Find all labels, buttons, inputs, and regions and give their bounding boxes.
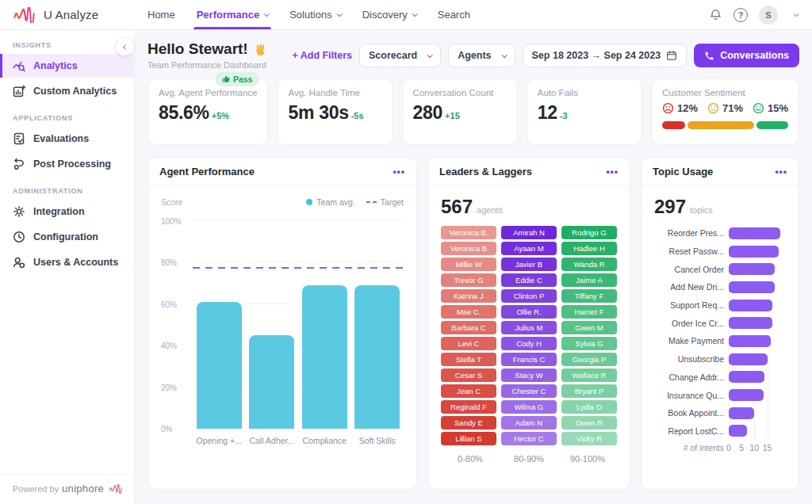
agent-chip[interactable]: Barbara C xyxy=(441,321,496,334)
topic-row: Reorder Pres... xyxy=(654,224,786,242)
agent-chip[interactable]: Veronica B xyxy=(441,242,496,255)
agent-chip[interactable]: Lillian S xyxy=(441,432,496,445)
agent-chip[interactable]: Tiffany F xyxy=(561,289,617,303)
topic-bar xyxy=(729,335,771,347)
agent-chip[interactable]: Adam N xyxy=(501,416,557,430)
agent-chip[interactable]: Reginald F xyxy=(441,400,496,414)
topic-row: Insurance Qu... xyxy=(654,386,786,404)
agent-chip[interactable]: Clinton P xyxy=(501,289,557,303)
agent-chip[interactable]: Cody H xyxy=(501,337,557,350)
nav-solutions[interactable]: Solutions xyxy=(289,0,340,29)
team-avg-bar xyxy=(249,335,294,429)
section-label-applications: APPLICATIONS xyxy=(13,114,134,122)
sidebar-item-custom-analytics[interactable]: Custom Analytics xyxy=(0,79,134,103)
agent-chip[interactable]: Stacy W xyxy=(501,368,557,382)
leaders-laggers-ranges: 0-80%80-90%90-100% xyxy=(441,454,617,464)
agent-chip[interactable]: Lydia O xyxy=(561,400,617,414)
agent-chip[interactable]: Millie W xyxy=(441,258,496,271)
agent-chip[interactable]: Javier B xyxy=(501,258,557,271)
topic-row: Support Req... xyxy=(654,296,786,315)
agent-chip[interactable]: Vicky R xyxy=(561,432,617,445)
nav-home[interactable]: Home xyxy=(147,0,175,29)
page-subtitle: Team Performance Dashboard xyxy=(147,60,267,70)
agent-chip[interactable]: Sandy E xyxy=(441,416,496,430)
scorecard-select-value: Scorecard xyxy=(369,50,417,61)
panel-title: Leaders & Laggers xyxy=(439,166,532,178)
sentiment-neutral: 71% xyxy=(707,102,743,114)
sidebar-item-users-accounts[interactable]: Users & Accounts xyxy=(0,250,134,274)
topic-row: Unsubscribe xyxy=(654,350,786,368)
configuration-dial-icon xyxy=(13,231,25,243)
chevron-down-icon xyxy=(264,11,270,17)
y-axis-tick: 100% xyxy=(161,217,188,226)
conversations-button[interactable]: Conversations xyxy=(694,44,799,67)
topic-track xyxy=(729,371,783,383)
agent-chip[interactable]: Chester C xyxy=(501,384,557,398)
scorecard-select[interactable]: Scorecard xyxy=(359,44,441,67)
agent-chip[interactable]: Sylvia G xyxy=(561,337,617,350)
legend-target: Target xyxy=(366,197,404,207)
avatar[interactable]: S xyxy=(759,6,778,25)
agent-chip[interactable]: Gwen M xyxy=(561,321,617,334)
agent-chip[interactable]: Trevor G xyxy=(441,273,496,287)
sidebar-item-configuration[interactable]: Configuration xyxy=(0,225,134,249)
agent-chip[interactable]: Rodrigo G xyxy=(561,226,617,239)
topic-bar xyxy=(729,246,779,258)
agent-chip[interactable]: Mae C. xyxy=(441,305,496,319)
legend-dot-icon xyxy=(306,199,312,205)
sidebar-collapse-button[interactable] xyxy=(116,38,133,55)
agent-chip[interactable]: Wallace R xyxy=(561,368,617,382)
panel-menu-button[interactable]: ••• xyxy=(393,166,405,178)
panel-menu-button[interactable]: ••• xyxy=(606,166,619,178)
agent-chip[interactable]: Jaime A xyxy=(561,273,617,287)
agent-chip[interactable]: Julius M xyxy=(501,321,557,334)
topic-label: Support Req... xyxy=(654,300,724,310)
agent-chip[interactable]: Stella T xyxy=(441,353,496,366)
agent-chip[interactable]: Owen R xyxy=(561,416,617,430)
agent-chip[interactable]: Levi C xyxy=(441,337,496,350)
agent-column: Rodrigo GHadlee HWanda RJaime ATiffany F… xyxy=(561,226,617,445)
sidebar-item-post-processing[interactable]: Post Processing xyxy=(0,152,134,176)
agent-chip[interactable]: Francis C xyxy=(501,353,557,366)
agent-chip[interactable]: Jean C xyxy=(441,384,496,398)
sidebar-item-integration[interactable]: Integration xyxy=(0,200,134,223)
agent-chip[interactable]: Wanda R xyxy=(561,258,617,271)
nav-discovery[interactable]: Discovery xyxy=(362,0,416,29)
topic-label: Reorder Pres... xyxy=(654,228,724,238)
sidebar-item-analytics[interactable]: Analytics xyxy=(0,54,134,78)
topic-usage-rows: Reorder Pres...Reset Passw...Cancel Orde… xyxy=(654,224,786,440)
nav-performance[interactable]: Performance xyxy=(197,0,268,29)
agent-chip[interactable]: Georgia P xyxy=(561,353,617,366)
agent-chip[interactable]: Ayaan M xyxy=(501,242,557,255)
sidebar-item-evaluations[interactable]: Evaluations xyxy=(0,127,134,151)
agent-chip[interactable]: Ollie R. xyxy=(501,305,557,319)
sentiment-value: 15% xyxy=(768,102,788,114)
agent-chip[interactable]: Bryant P xyxy=(561,384,617,398)
range-label: 0-80% xyxy=(441,454,500,464)
agent-chip[interactable]: Eddie C xyxy=(501,273,557,287)
add-filters-button[interactable]: + Add Filters xyxy=(292,50,352,61)
nav-search[interactable]: Search xyxy=(438,0,470,29)
panel-menu-button[interactable]: ••• xyxy=(775,166,787,178)
agent-chip[interactable]: Amirah N xyxy=(501,226,557,239)
kpi-delta: -3 xyxy=(560,111,568,120)
agent-chip[interactable]: Veronica B. xyxy=(441,226,496,239)
x-axis-ticks: 051015 xyxy=(729,443,783,454)
agent-chip[interactable]: Harriet F xyxy=(561,305,617,319)
topic-bar xyxy=(729,263,775,275)
help-icon[interactable]: ? xyxy=(733,8,748,22)
brand[interactable]: U Analyze xyxy=(0,7,135,23)
agent-chip[interactable]: Katrina J xyxy=(441,289,496,303)
topic-label: Add New Dri... xyxy=(654,282,724,292)
y-axis-tick: 20% xyxy=(161,383,188,391)
date-range-picker[interactable]: Sep 18 2023 → Sep 24 2023 xyxy=(523,44,688,67)
agents-select[interactable]: Agents xyxy=(448,44,515,67)
agent-chip[interactable]: Cesar S xyxy=(441,368,496,382)
x-axis-tick: 5 xyxy=(739,443,744,452)
notifications-bell-icon[interactable] xyxy=(709,8,722,21)
agent-chip[interactable]: Wilma G xyxy=(501,400,557,414)
agent-chip[interactable]: Hector C xyxy=(501,432,557,445)
target-line xyxy=(193,267,404,269)
account-menu-chevron-icon[interactable] xyxy=(794,11,799,17)
agent-chip[interactable]: Hadlee H xyxy=(561,242,617,255)
